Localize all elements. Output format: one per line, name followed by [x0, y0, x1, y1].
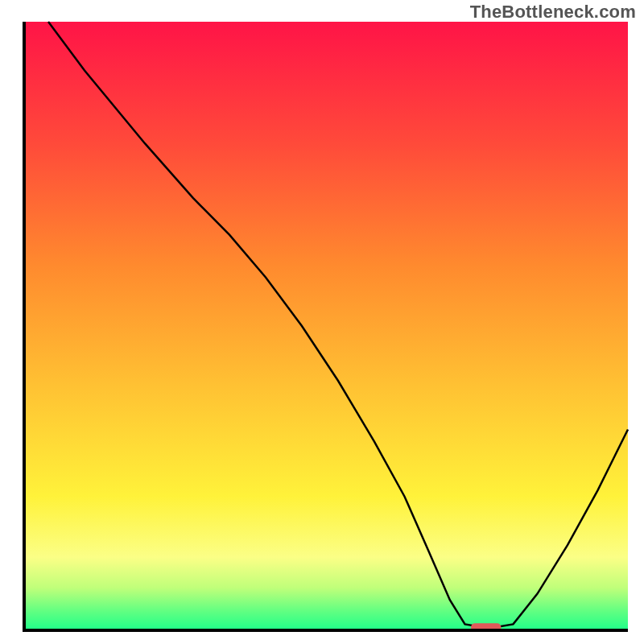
plot-background [24, 22, 628, 630]
chart-svg [0, 0, 644, 644]
plot-area [24, 22, 628, 631]
chart-container: TheBottleneck.com [0, 0, 644, 644]
watermark-text: TheBottleneck.com [470, 2, 636, 23]
